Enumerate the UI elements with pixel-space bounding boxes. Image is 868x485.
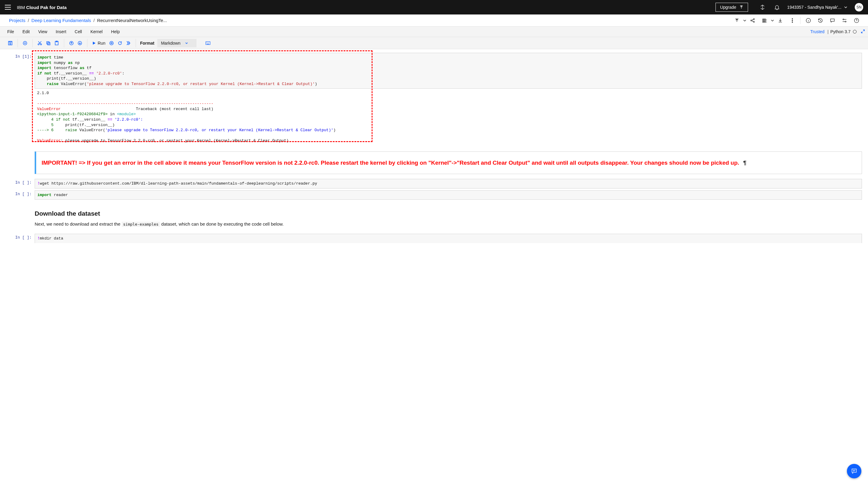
code-cell[interactable]: In [1]: import time import numpy as np i… xyxy=(6,53,862,145)
svg-point-8 xyxy=(792,22,793,22)
svg-rect-5 xyxy=(763,21,766,22)
top-header: IBM Cloud Pak for Data Upgrade 1943357 -… xyxy=(0,0,868,15)
overflow-menu[interactable] xyxy=(786,15,798,27)
svg-point-6 xyxy=(792,19,793,19)
info-button[interactable] xyxy=(802,15,814,27)
svg-point-17 xyxy=(38,44,39,45)
cell-prompt xyxy=(6,201,35,228)
paste-button[interactable] xyxy=(53,39,61,47)
jobs-chevron[interactable] xyxy=(771,15,774,27)
restart-run-all-button[interactable] xyxy=(124,39,133,47)
brand-prefix: IBM xyxy=(17,5,26,10)
interrupt-button[interactable] xyxy=(107,39,116,47)
jobs-button[interactable] xyxy=(758,15,771,27)
svg-rect-20 xyxy=(48,42,50,45)
notebook-toolbar: Run Format Markdown xyxy=(0,37,868,49)
trusted-badge[interactable]: Trusted xyxy=(810,29,824,34)
run-button[interactable]: Run xyxy=(90,41,107,46)
svg-point-18 xyxy=(40,44,41,45)
markdown-heading: Download the dataset xyxy=(35,210,862,217)
code-input[interactable]: import time import numpy as np import te… xyxy=(35,53,862,89)
account-dropdown[interactable]: 1943357 - Sandhya Nayak'... xyxy=(787,5,847,10)
svg-rect-15 xyxy=(9,41,11,42)
history-button[interactable] xyxy=(814,15,827,27)
notifications-icon[interactable] xyxy=(774,4,780,10)
comments-button[interactable] xyxy=(827,15,838,27)
cut-button[interactable] xyxy=(36,39,44,47)
svg-point-2 xyxy=(753,21,755,22)
cell-prompt: In [ ]: xyxy=(6,190,35,200)
code-input[interactable]: import reader xyxy=(35,190,862,200)
move-up-button[interactable] xyxy=(67,39,76,47)
markdown-cell[interactable]: IMPORTANT! => If you get an error in the… xyxy=(6,147,862,177)
share-button[interactable] xyxy=(747,15,758,27)
menu-file[interactable]: File xyxy=(3,29,19,34)
publish-chevron[interactable] xyxy=(743,15,747,27)
download-button[interactable] xyxy=(774,15,786,27)
pilcrow-icon: ¶ xyxy=(743,160,747,166)
svg-point-0 xyxy=(751,20,752,21)
expand-button[interactable] xyxy=(861,29,865,34)
svg-rect-3 xyxy=(763,19,766,20)
code-output: 2.1.0 ----------------------------------… xyxy=(35,89,862,145)
restart-button[interactable] xyxy=(116,39,124,47)
important-text: IMPORTANT! => If you get an error in the… xyxy=(41,160,739,166)
svg-rect-4 xyxy=(763,20,766,21)
svg-point-25 xyxy=(110,41,113,45)
svg-point-10 xyxy=(843,19,844,20)
markdown-content[interactable]: IMPORTANT! => If you get an error in the… xyxy=(35,151,862,174)
guide-icon[interactable] xyxy=(760,4,766,10)
breadcrumb: Projects / Deep Learning Fundamentals / … xyxy=(9,18,167,23)
svg-rect-19 xyxy=(47,41,49,44)
copy-button[interactable] xyxy=(44,39,53,47)
breadcrumb-sep: / xyxy=(28,18,29,23)
sub-header: Projects / Deep Learning Fundamentals / … xyxy=(0,15,868,27)
save-button[interactable] xyxy=(6,39,14,47)
code-input[interactable]: !mkdir data xyxy=(35,234,862,243)
breadcrumb-current: RecurrentNeuralNetworkUsingTe... xyxy=(97,18,167,23)
code-cell[interactable]: In [ ]: import reader xyxy=(6,190,862,200)
breadcrumb-project[interactable]: Deep Learning Fundamentals xyxy=(31,18,91,23)
insert-cell-button[interactable] xyxy=(21,39,29,47)
cell-prompt: In [1]: xyxy=(6,53,35,145)
account-label: 1943357 - Sandhya Nayak'... xyxy=(787,5,841,10)
kernel-sep: | xyxy=(827,29,829,34)
sub-toolbar xyxy=(731,15,863,27)
chevron-down-icon xyxy=(844,5,847,9)
upgrade-button[interactable]: Upgrade xyxy=(715,3,748,12)
menu-kernel[interactable]: Kernel xyxy=(86,29,107,34)
code-input[interactable]: !wget https://raw.githubusercontent.com/… xyxy=(35,179,862,189)
markdown-cell[interactable]: Download the dataset Next, we need to do… xyxy=(6,201,862,228)
notebook-content: In [1]: import time import numpy as np i… xyxy=(0,49,868,263)
svg-point-14 xyxy=(10,43,11,44)
markdown-text: Next, we need to download and extract th… xyxy=(35,221,862,228)
svg-point-7 xyxy=(792,20,793,21)
settings-tune-button[interactable] xyxy=(838,15,850,27)
upgrade-arrow-icon xyxy=(739,5,744,9)
keyboard-button[interactable] xyxy=(204,39,212,47)
chevron-down-icon xyxy=(185,41,188,45)
publish-button[interactable] xyxy=(731,15,743,27)
menu-icon[interactable] xyxy=(5,4,11,10)
cell-type-select[interactable]: Markdown xyxy=(157,39,196,47)
brand: IBM Cloud Pak for Data xyxy=(17,5,67,10)
move-down-button[interactable] xyxy=(76,39,84,47)
menu-cell[interactable]: Cell xyxy=(70,29,86,34)
kernel-name[interactable]: Python 3.7 xyxy=(830,29,850,34)
svg-point-1 xyxy=(753,19,755,20)
help-button[interactable] xyxy=(850,15,863,27)
breadcrumb-projects[interactable]: Projects xyxy=(9,18,25,23)
notebook-menu-bar: File Edit View Insert Cell Kernel Help T… xyxy=(0,27,868,37)
avatar[interactable]: SN xyxy=(855,3,863,11)
svg-rect-26 xyxy=(111,42,112,44)
code-cell[interactable]: In [ ]: !wget https://raw.githubusercont… xyxy=(6,179,862,189)
kernel-indicator-icon[interactable] xyxy=(853,30,857,33)
cell-prompt: In [ ]: xyxy=(6,234,35,243)
menu-help[interactable]: Help xyxy=(107,29,124,34)
divider xyxy=(800,17,801,24)
breadcrumb-sep: / xyxy=(93,18,95,23)
code-cell[interactable]: In [ ]: !mkdir data xyxy=(6,234,862,243)
menu-view[interactable]: View xyxy=(34,29,52,34)
menu-insert[interactable]: Insert xyxy=(52,29,70,34)
menu-edit[interactable]: Edit xyxy=(19,29,34,34)
